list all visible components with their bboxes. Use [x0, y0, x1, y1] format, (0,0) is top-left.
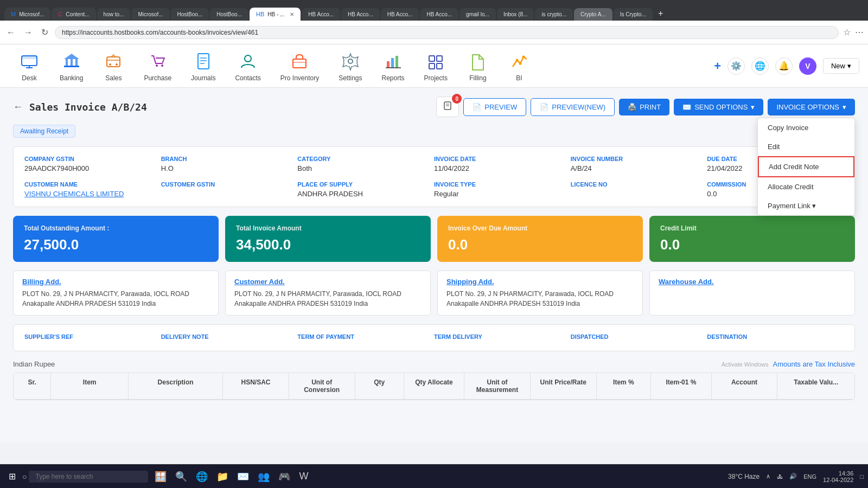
total-outstanding-card: Total Outstanding Amount : 27,500.0	[13, 216, 219, 262]
svg-rect-24	[391, 58, 394, 68]
taskbar-search-input[interactable]	[29, 471, 148, 483]
preview-button[interactable]: 📄 PREVIEW	[463, 98, 526, 116]
nav-contacts[interactable]: Contacts	[225, 46, 270, 86]
taskbar-up-icon[interactable]: ∧	[766, 473, 770, 480]
tab-crypto3[interactable]: Is Crypto...	[614, 8, 653, 21]
allocate-credit-item[interactable]: Allocate Credit	[758, 177, 854, 196]
col-taxable-value: Taxable Valu...	[777, 373, 854, 399]
tab-active[interactable]: HB HB - ... ✕	[250, 8, 301, 21]
nav-sales[interactable]: Sales	[93, 46, 134, 86]
dispatched-field: Dispatched	[571, 333, 707, 342]
tab-8[interactable]: HB Acco...	[341, 8, 380, 21]
back-browser-button[interactable]: ←	[4, 25, 17, 40]
taskbar-folder-icon[interactable]: 📁	[214, 468, 231, 485]
print-button[interactable]: 🖨️ PRINT	[619, 99, 669, 115]
tab-crypto2[interactable]: Crypto A...	[574, 8, 612, 21]
nav-purchase[interactable]: Purchase	[134, 46, 181, 86]
tab-9[interactable]: HB Acco...	[381, 8, 419, 21]
nav-journals[interactable]: Journals	[181, 46, 225, 86]
desk-icon	[18, 50, 40, 72]
nav-projects[interactable]: Projects	[414, 46, 457, 86]
attachment-button[interactable]: 0	[436, 97, 459, 117]
bell-button[interactable]: 🔔	[775, 57, 793, 75]
pro-inventory-label: Pro Inventory	[280, 74, 319, 82]
customer-address-title[interactable]: Customer Add.	[234, 278, 422, 286]
nav-pro-inventory[interactable]: Pro Inventory	[271, 46, 329, 86]
taskbar-windows-icon[interactable]: 🪟	[152, 468, 169, 485]
add-button[interactable]: +	[714, 59, 721, 73]
svg-marker-4	[64, 54, 79, 59]
purchase-label: Purchase	[144, 74, 171, 82]
projects-icon	[425, 50, 446, 72]
forward-browser-button[interactable]: →	[22, 25, 35, 40]
add-credit-note-item[interactable]: Add Credit Note	[758, 156, 854, 177]
user-avatar[interactable]: V	[799, 57, 816, 75]
invoice-type-field: Invoice Type Regular	[434, 181, 571, 198]
nav-filling[interactable]: Filling	[457, 46, 499, 86]
svg-point-32	[519, 62, 521, 65]
taskbar-word-icon[interactable]: W	[297, 468, 310, 484]
payment-link-item[interactable]: Payment Link ▾	[758, 196, 854, 215]
taskbar-mail-icon[interactable]: ✉️	[235, 468, 251, 485]
bi-icon	[508, 50, 530, 72]
table-header-section: Indian Rupee Activate Windows Amounts ar…	[13, 360, 855, 368]
tab-crypto1[interactable]: is crypto...	[535, 8, 573, 21]
nav-settings[interactable]: Settings	[329, 46, 372, 86]
browser-settings-icon[interactable]: ⋯	[855, 27, 864, 37]
tab-4[interactable]: Microsof...	[131, 8, 169, 21]
pro-inventory-icon	[289, 50, 310, 72]
header-right: + ⚙️ 🌐 🔔 V New ▾	[714, 57, 859, 75]
svg-point-31	[515, 59, 518, 61]
preview-new-button[interactable]: 📄 PREVIEW(NEW)	[531, 98, 615, 116]
taskbar-right: 38°C Haze ∧ 🖧 🔊 ENG 14:36 12-04-2022 □	[728, 470, 864, 483]
tab-gmail[interactable]: gmail lo...	[459, 8, 496, 21]
copy-invoice-item[interactable]: Copy Invoice	[758, 118, 854, 137]
settings-gear-button[interactable]: ⚙️	[727, 57, 745, 75]
term-delivery-field: Term Delivery	[434, 333, 571, 342]
tab-6[interactable]: HostBoo...	[210, 8, 248, 21]
overdue-amount-card: Invoice Over Due Amount 0.0	[437, 216, 643, 262]
col-uom: Unit of Measurement	[464, 373, 531, 399]
invoice-options-button[interactable]: INVOICE OPTIONS ▾	[768, 99, 855, 115]
browser-star-icon[interactable]: ☆	[843, 27, 851, 37]
bi-label: BI	[516, 74, 522, 82]
invoice-options-chevron-icon: ▾	[843, 103, 846, 111]
svg-rect-25	[395, 56, 398, 68]
filling-icon	[467, 50, 489, 72]
svg-rect-23	[387, 61, 390, 68]
nav-desk[interactable]: Desk	[9, 46, 50, 86]
shipping-address-card: Shipping Add. PLOT No. 29, J N PHARMACIT…	[437, 271, 643, 316]
edit-item[interactable]: Edit	[758, 137, 854, 156]
new-tab-button[interactable]: +	[654, 7, 667, 21]
tab-5[interactable]: HostBoo...	[171, 8, 209, 21]
shipping-address-title[interactable]: Shipping Add.	[446, 278, 634, 286]
tab-7[interactable]: HB Acco...	[302, 8, 340, 21]
nav-banking[interactable]: Banking	[50, 46, 93, 86]
col-account: Account	[712, 373, 778, 399]
warehouse-address-title[interactable]: Warehouse Add.	[659, 278, 846, 286]
tab-3[interactable]: how to...	[97, 8, 131, 21]
tab-10[interactable]: HB Acco...	[420, 8, 458, 21]
refresh-button[interactable]: ↻	[39, 25, 50, 40]
invoice-date-field: Invoice Date 11/04/2022	[434, 156, 571, 172]
flag-button[interactable]: 🌐	[751, 57, 769, 75]
send-options-button[interactable]: ✉️ SEND OPTIONS ▾	[674, 99, 763, 115]
taskbar-game-icon[interactable]: 🎮	[276, 468, 292, 485]
address-bar[interactable]: https://inaccounts.hostbooks.com/account…	[55, 26, 839, 39]
taskbar-browser-icon[interactable]: 🌐	[194, 468, 210, 485]
tab-1[interactable]: M Microsof...	[4, 8, 50, 21]
billing-address-title[interactable]: Billing Add.	[22, 278, 209, 286]
nav-bi[interactable]: BI	[499, 46, 540, 86]
new-dropdown-button[interactable]: New ▾	[823, 58, 859, 74]
svg-rect-5	[66, 59, 68, 66]
taskbar-teams-icon[interactable]: 👥	[256, 468, 272, 485]
notification-icon[interactable]: □	[860, 473, 864, 480]
tab-inbox[interactable]: Inbox (8...	[497, 8, 534, 21]
start-button[interactable]: ⊞	[4, 469, 20, 484]
nav-reports[interactable]: Reports	[372, 46, 414, 86]
svg-point-12	[116, 63, 118, 66]
taskbar-search-icon[interactable]: 🔍	[173, 468, 189, 485]
col-description: Description	[129, 373, 223, 399]
tab-2[interactable]: C Content...	[52, 8, 95, 21]
back-page-button[interactable]: ←	[13, 101, 23, 113]
